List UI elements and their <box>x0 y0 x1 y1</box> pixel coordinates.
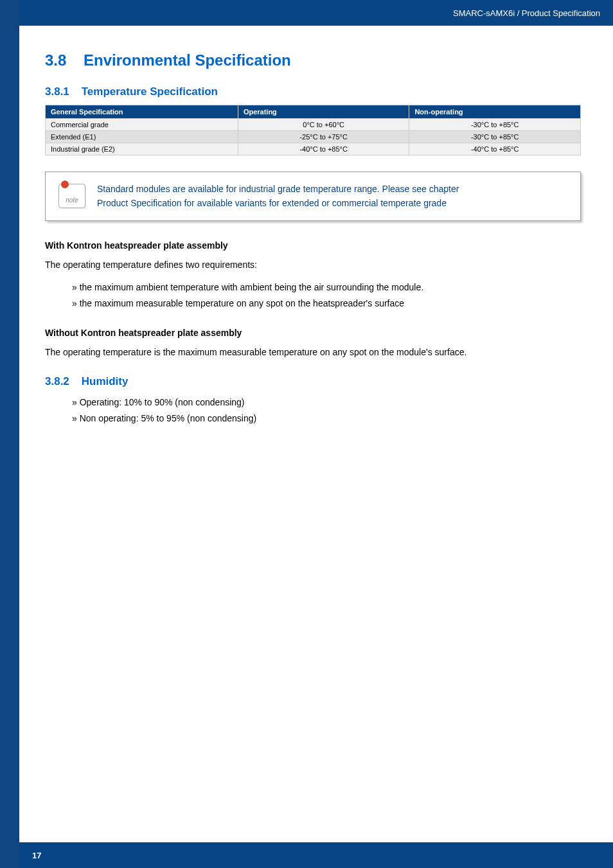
header-breadcrumb: SMARC-sAMX6i / Product Specification <box>453 8 600 18</box>
with-heatspreader-intro: The operating temperature defines two re… <box>45 258 581 272</box>
table-row: Commercial grade 0°C to +60°C -30°C to +… <box>46 119 581 131</box>
without-heatspreader-text: The operating temperature is the maximum… <box>45 346 581 359</box>
note-box: Standard modules are available for indus… <box>45 172 581 221</box>
header-bar: SMARC-sAMX6i / Product Specification <box>19 0 613 26</box>
table-header-nonop: Non-operating <box>409 105 581 119</box>
temperature-spec-table: General Specification Operating Non-oper… <box>45 105 581 155</box>
table-header-spec: General Specification <box>46 105 238 119</box>
page-number: 17 <box>32 851 41 860</box>
without-heatspreader-heading: Without Kontron heatspreader plate assem… <box>45 328 581 338</box>
subsection-humidity-title: 3.8.2 Humidity <box>45 375 581 388</box>
page-content: 3.8 Environmental Specification 3.8.1 Te… <box>19 26 613 469</box>
note-icon <box>58 184 85 208</box>
with-heatspreader-heading: With Kontron heatspreader plate assembly <box>45 240 581 251</box>
list-item: the maximum measurable temperature on an… <box>72 296 581 312</box>
list-item: Non operating: 5% to 95% (non condensing… <box>72 411 581 427</box>
humidity-list: Operating: 10% to 90% (non condensing) N… <box>72 394 581 427</box>
footer-bar: 17 <box>19 842 613 868</box>
list-item: Operating: 10% to 90% (non condensing) <box>72 394 581 411</box>
table-row: Industrial grade (E2) -40°C to +85°C -40… <box>46 143 581 155</box>
table-row: Extended (E1) -25°C to +75°C -30°C to +8… <box>46 131 581 143</box>
table-header-operating: Operating <box>238 105 409 119</box>
note-text: Standard modules are available for indus… <box>97 182 459 211</box>
list-item: the maximum ambient temperature with amb… <box>72 279 581 296</box>
with-heatspreader-list: the maximum ambient temperature with amb… <box>72 279 581 312</box>
section-title: 3.8 Environmental Specification <box>45 51 581 69</box>
subsection-temperature-title: 3.8.1 Temperature Specification <box>45 85 581 98</box>
